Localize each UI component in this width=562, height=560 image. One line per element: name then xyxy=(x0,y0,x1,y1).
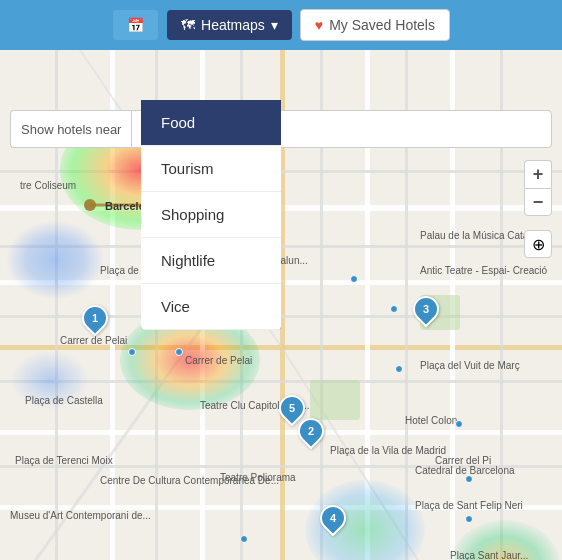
zoom-out-button[interactable]: − xyxy=(524,188,552,216)
map-container[interactable]: Show hotels near + − ⊕ Barcelona-Plaça d… xyxy=(0,50,562,560)
svg-point-26 xyxy=(84,199,96,211)
dropdown-item-vice[interactable]: Vice xyxy=(141,284,281,330)
svg-rect-15 xyxy=(0,465,562,468)
map-dot xyxy=(390,305,398,313)
map-icon: 🗺 xyxy=(181,17,195,33)
dropdown-item-shopping[interactable]: Shopping xyxy=(141,192,281,238)
dropdown-item-food[interactable]: Food xyxy=(141,100,281,146)
svg-rect-11 xyxy=(0,170,562,173)
svg-line-22 xyxy=(0,330,200,560)
dropdown-item-tourism[interactable]: Tourism xyxy=(141,146,281,192)
heatmaps-button[interactable]: 🗺 Heatmaps ▾ xyxy=(167,10,292,40)
zoom-controls: + − xyxy=(524,160,552,216)
svg-rect-12 xyxy=(0,245,562,248)
calendar-icon: 📅 xyxy=(127,17,144,33)
svg-rect-28 xyxy=(310,380,360,420)
map-dot xyxy=(455,420,463,428)
calendar-button[interactable]: 📅 xyxy=(112,9,159,41)
heatmaps-label: Heatmaps xyxy=(201,17,265,33)
location-button[interactable]: ⊕ xyxy=(524,230,552,258)
map-dot xyxy=(128,348,136,356)
map-dot xyxy=(395,365,403,373)
search-bar: Show hotels near xyxy=(10,110,552,148)
saved-hotels-button[interactable]: ♥ My Saved Hotels xyxy=(300,9,450,41)
zoom-in-button[interactable]: + xyxy=(524,160,552,188)
heart-icon: ♥ xyxy=(315,17,323,33)
saved-hotels-label: My Saved Hotels xyxy=(329,17,435,33)
map-dot xyxy=(240,535,248,543)
heatmaps-dropdown: FoodTourismShoppingNightlifeVice xyxy=(141,100,281,330)
header-bar: 📅 🗺 Heatmaps ▾ ♥ My Saved Hotels xyxy=(0,0,562,50)
map-dot xyxy=(175,348,183,356)
map-dot xyxy=(465,515,473,523)
map-dot xyxy=(465,475,473,483)
dropdown-arrow-icon: ▾ xyxy=(271,17,278,33)
svg-rect-14 xyxy=(0,380,562,383)
map-dot xyxy=(350,275,358,283)
show-hotels-near-label: Show hotels near xyxy=(10,110,131,148)
target-icon: ⊕ xyxy=(532,235,545,254)
dropdown-item-nightlife[interactable]: Nightlife xyxy=(141,238,281,284)
